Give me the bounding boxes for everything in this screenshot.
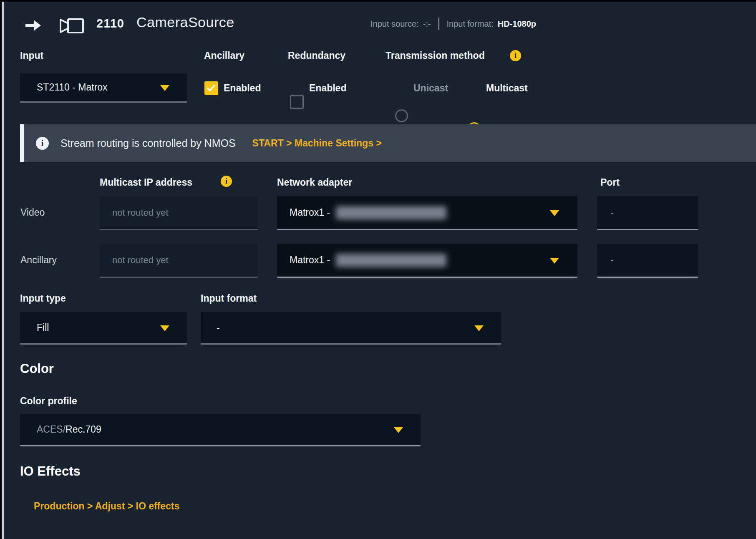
header-divider (438, 18, 439, 30)
ancillary-adapter-value: Matrox1 - (277, 254, 330, 266)
ancillary-label: Ancillary (204, 50, 244, 61)
multicast-label: Multicast (486, 83, 528, 94)
color-profile-value: Rec.709 (66, 424, 101, 435)
arrow-right-icon[interactable] (25, 19, 42, 33)
ancillary-row-label: Ancillary (20, 254, 57, 266)
ancillary-port-value: - (597, 254, 614, 266)
chevron-down-icon (394, 427, 403, 433)
unicast-label: Unicast (413, 83, 448, 94)
header-status: Input source: -:- Input format: HD-1080p (370, 17, 536, 31)
unicast-radio[interactable] (395, 109, 408, 122)
video-port-value: - (597, 207, 614, 218)
input-format-label: Input format (201, 293, 257, 304)
nmos-banner: i Stream routing is controlled by NMOS S… (20, 124, 756, 162)
ancillary-port-field: - (597, 244, 698, 278)
input-type-dropdown[interactable]: Fill (20, 312, 187, 345)
window-edge-top (0, 0, 756, 2)
machine-settings-link[interactable]: START > Machine Settings > (252, 138, 382, 149)
ancillary-adapter-dropdown[interactable]: Matrox1 - (277, 244, 577, 278)
io-effects-link[interactable]: Production > Adjust > IO effects (34, 501, 179, 512)
color-section-heading: Color (20, 361, 54, 376)
banner-accent-bar (20, 124, 24, 162)
video-camera-icon (58, 17, 85, 38)
color-profile-label: Color profile (20, 395, 77, 407)
chevron-down-icon (550, 258, 559, 264)
input-format-dropdown[interactable]: - (201, 312, 501, 345)
network-adapter-header: Network adapter (277, 177, 352, 188)
ancillary-enabled-label: Enabled (224, 83, 261, 94)
input-source-value: -:- (423, 19, 431, 29)
ancillary-ip-field: not routed yet (100, 244, 258, 278)
video-ip-field: not routed yet (100, 196, 258, 230)
chevron-down-icon (550, 210, 559, 216)
input-dropdown[interactable]: ST2110 - Matrox (20, 73, 187, 103)
color-profile-prefix: ACES/ (37, 424, 66, 435)
multicast-ip-header: Multicast IP address (100, 177, 192, 188)
video-row-label: Video (20, 207, 45, 218)
input-dropdown-value: ST2110 - Matrox (20, 82, 108, 93)
redundancy-enabled-checkbox[interactable] (290, 95, 304, 109)
io-effects-heading: IO Effects (20, 464, 81, 479)
redundancy-label: Redundancy (288, 50, 345, 61)
input-label: Input (20, 50, 43, 61)
input-type-value: Fill (20, 322, 49, 333)
chevron-down-icon (160, 85, 169, 91)
multicast-ip-info-icon[interactable]: i (221, 176, 232, 187)
input-source-label: Input source: (370, 19, 419, 29)
camera-source-panel: 2110 CameraSource Input source: -:- Inpu… (0, 0, 756, 539)
input-format-value: - (201, 322, 220, 333)
ancillary-ip-placeholder: not routed yet (100, 255, 169, 266)
redundancy-enabled-label: Enabled (309, 83, 346, 94)
page-title: CameraSource (136, 14, 234, 30)
transmission-info-icon[interactable]: i (510, 50, 521, 61)
transmission-method-label: Transmission method (386, 50, 485, 61)
input-format-label: Input format: (447, 19, 494, 29)
video-adapter-value: Matrox1 - (277, 207, 330, 218)
video-port-field: - (597, 196, 698, 230)
color-profile-dropdown[interactable]: ACES/Rec.709 (20, 414, 421, 446)
redacted-ip-blur (336, 254, 446, 267)
video-adapter-dropdown[interactable]: Matrox1 - (277, 196, 577, 230)
video-ip-placeholder: not routed yet (100, 207, 169, 218)
ancillary-enabled-checkbox[interactable] (204, 81, 218, 95)
chevron-down-icon (160, 325, 169, 331)
banner-info-icon: i (36, 137, 49, 150)
check-icon (206, 84, 217, 92)
banner-message: Stream routing is controlled by NMOS (60, 137, 236, 149)
port-header: Port (600, 177, 620, 188)
input-format-value: HD-1080p (498, 19, 536, 29)
redacted-ip-blur (336, 206, 446, 219)
source-id: 2110 (96, 17, 124, 30)
chevron-down-icon (474, 325, 484, 331)
input-type-label: Input type (20, 293, 66, 304)
left-scroll-line[interactable] (2, 2, 4, 539)
